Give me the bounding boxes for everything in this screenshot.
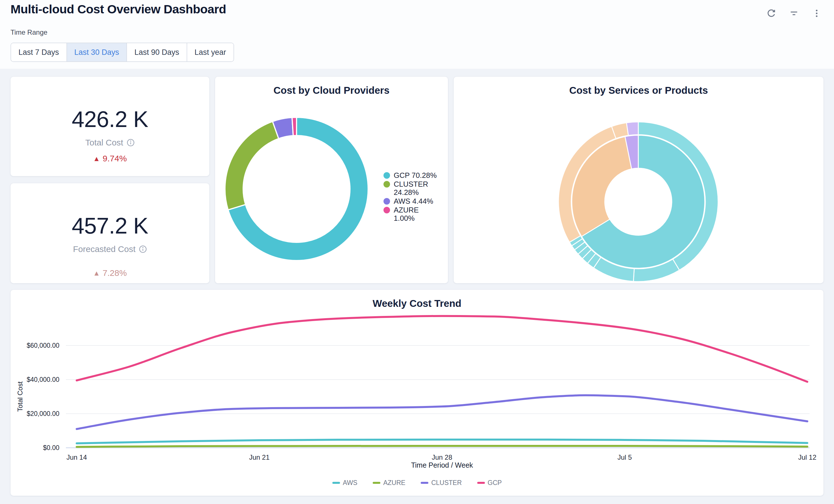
time-range-label: Time Range: [10, 28, 47, 36]
line-series-gcp[interactable]: [77, 316, 807, 382]
legend-label: CLUSTER 24.28%: [394, 180, 442, 197]
legend-label: AWS 4.44%: [394, 197, 433, 205]
trend-legend: AWSAZURECLUSTERGCP: [10, 479, 824, 487]
kebab-menu-icon: [812, 9, 821, 18]
x-tick-label: Jul 5: [618, 454, 632, 461]
donut-slice-azure[interactable]: [292, 117, 297, 135]
header-actions: [766, 8, 821, 18]
line-series-cluster[interactable]: [77, 395, 807, 429]
line-series-aws[interactable]: [77, 439, 807, 443]
cost-by-providers-card: Cost by Cloud Providers GCP 70.28%CLUSTE…: [215, 77, 448, 283]
y-tick-label: $60,000.00: [27, 342, 59, 349]
time-range-option-last-30-days[interactable]: Last 30 Days: [66, 43, 127, 61]
x-axis-title: Time Period / Week: [411, 461, 473, 469]
legend-item-gcp[interactable]: GCP 70.28%: [383, 171, 442, 179]
trend-up-icon: ▲: [93, 268, 100, 278]
cost-by-services-card: Cost by Services or Products: [454, 77, 824, 283]
filter-button[interactable]: [789, 8, 799, 18]
donut-slice-cluster[interactable]: [225, 122, 279, 210]
trend-plot[interactable]: $0.00$20,000.00$40,000.00$60,000.00Jun 1…: [10, 290, 824, 496]
legend-swatch: [477, 482, 485, 484]
total-cost-label: Total Cost: [85, 138, 134, 147]
x-tick-label: Jun 21: [249, 454, 269, 461]
forecasted-cost-delta: ▲ 7.28%: [93, 268, 127, 278]
legend-swatch: [383, 207, 390, 213]
refresh-button[interactable]: [766, 8, 776, 18]
legend-label: AZURE: [383, 479, 405, 487]
providers-legend: GCP 70.28%CLUSTER 24.28%AWS 4.44%AZURE 1…: [383, 171, 442, 222]
time-range-group: Last 7 Days Last 30 Days Last 90 Days La…: [10, 43, 234, 62]
x-tick-label: Jun 14: [66, 454, 87, 461]
forecasted-cost-label: Forecasted Cost: [73, 245, 147, 254]
legend-label: CLUSTER: [431, 479, 462, 487]
y-tick-label: $20,000.00: [27, 410, 59, 417]
time-range-option-last-7-days[interactable]: Last 7 Days: [11, 43, 66, 61]
y-axis-title: Total Cost: [16, 381, 24, 412]
y-tick-label: $0.00: [43, 444, 59, 452]
forecasted-cost-value: 457.2 K: [72, 213, 148, 239]
legend-swatch: [332, 482, 340, 484]
legend-label: GCP 70.28%: [394, 171, 437, 179]
time-range-option-last-year[interactable]: Last year: [186, 43, 234, 61]
legend-item-cluster[interactable]: CLUSTER 24.28%: [383, 180, 442, 197]
y-tick-label: $40,000.00: [27, 376, 59, 383]
legend-item-aws[interactable]: AWS 4.44%: [383, 197, 442, 205]
time-range-option-last-90-days[interactable]: Last 90 Days: [126, 43, 186, 61]
trend-legend-item-gcp[interactable]: GCP: [477, 479, 502, 487]
legend-label: GCP: [488, 479, 502, 487]
legend-swatch: [383, 181, 390, 188]
legend-swatch: [373, 482, 380, 484]
line-series-azure[interactable]: [77, 446, 807, 447]
trend-legend-item-cluster[interactable]: CLUSTER: [421, 479, 462, 487]
total-cost-delta: ▲ 9.74%: [93, 154, 127, 163]
sunburst-segment-aws-product-1[interactable]: [627, 122, 638, 135]
more-options-button[interactable]: [812, 8, 821, 18]
legend-swatch: [383, 172, 390, 179]
legend-item-azure[interactable]: AZURE 1.00%: [383, 206, 442, 222]
page-title: Multi-cloud Cost Overview Dashboard: [10, 2, 226, 16]
refresh-icon: [767, 9, 776, 18]
legend-swatch: [421, 482, 429, 484]
info-icon[interactable]: [127, 139, 135, 147]
legend-swatch: [383, 198, 390, 204]
weekly-cost-trend-card: Weekly Cost Trend $0.00$20,000.00$40,000…: [10, 290, 824, 496]
total-cost-card: 426.2 K Total Cost ▲ 9.74%: [10, 77, 210, 176]
x-tick-label: Jun 28: [432, 454, 452, 461]
info-icon[interactable]: [139, 245, 147, 253]
trend-legend-item-aws[interactable]: AWS: [332, 479, 358, 487]
total-cost-value: 426.2 K: [72, 106, 148, 132]
legend-label: AZURE 1.00%: [394, 206, 442, 222]
trend-legend-item-azure[interactable]: AZURE: [373, 479, 405, 487]
x-tick-label: Jul 12: [798, 454, 816, 461]
services-sunburst[interactable]: [454, 77, 824, 283]
filter-icon: [789, 9, 798, 18]
legend-label: AWS: [343, 479, 358, 487]
trend-up-icon: ▲: [93, 154, 100, 163]
forecasted-cost-card: 457.2 K Forecasted Cost ▲ 7.28%: [10, 183, 210, 283]
